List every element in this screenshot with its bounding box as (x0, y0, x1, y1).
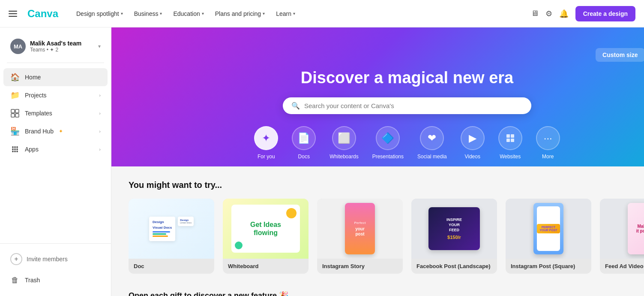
sidebar-item-home[interactable]: 🏠 Home (3, 68, 108, 86)
category-presentations[interactable]: 🔷 Presentations (372, 126, 404, 160)
category-docs[interactable]: 📄 Docs (292, 126, 316, 160)
svg-text:Canva: Canva (27, 8, 59, 19)
brand-hub-icon: 🏪 (10, 127, 20, 136)
category-social-media[interactable]: ❤ Social media (417, 126, 447, 160)
card-label: Instagram Post (Square) (506, 259, 591, 274)
folder-icon: 📁 (10, 91, 20, 100)
list-item[interactable]: Makeit pop! Feed Ad Video (Portrait) (600, 199, 644, 274)
card-thumbnail-doc: Design Visual Docs Design Linear Docs (129, 199, 214, 259)
template-card-grid: Design Visual Docs Design Linear Docs (129, 199, 644, 277)
svg-rect-3 (11, 114, 15, 117)
chevron-right-icon: › (99, 93, 101, 98)
card-thumbnail-feed-ad: Makeit pop! (600, 199, 644, 259)
card-thumbnail-story: Perfect yourpost (317, 199, 403, 259)
nav-design-spotlight[interactable]: Design spotlight ▾ (72, 8, 127, 20)
card-label: Whiteboard (223, 259, 309, 274)
custom-size-button[interactable]: Custom size (596, 48, 644, 62)
team-switcher[interactable]: MA Malik Asad's team Teams • ✦ 2 ▾ (3, 34, 108, 61)
sidebar-item-brand-hub[interactable]: 🏪 Brand Hub ✦ › (3, 122, 108, 140)
list-item[interactable]: Design Visual Docs Design Linear Docs (129, 199, 214, 274)
card-label: Facebook Post (Landscape) (411, 259, 497, 274)
svg-rect-2 (15, 109, 19, 113)
nav-business[interactable]: Business ▾ (130, 8, 167, 20)
topnav-right-area: 🖥 ⚙ 🔔 Create a design (531, 6, 635, 21)
search-icon: 🔍 (291, 102, 300, 110)
category-websites[interactable]: Websites (498, 126, 522, 160)
chevron-down-icon: ▾ (121, 11, 123, 16)
category-row: ✦ For you 📄 Docs ⬜ Whiteboards 🔷 Present… (129, 126, 644, 166)
svg-rect-1 (11, 109, 15, 113)
docs-icon: 📄 (292, 126, 316, 150)
svg-rect-17 (511, 139, 514, 142)
card-thumbnail-ig-post: PERFECTYOUR POST (506, 199, 591, 259)
whiteboards-icon: ⬜ (332, 126, 356, 150)
social-media-icon: ❤ (420, 126, 444, 150)
sidebar-invite-members[interactable]: + Invite members (3, 249, 108, 269)
avatar: MA (10, 39, 26, 54)
list-item[interactable]: Perfect yourpost Instagram Story (317, 199, 403, 274)
hero-search-bar[interactable]: 🔍 (283, 97, 531, 114)
card-thumbnail-whiteboard: Get Ideasflowing (223, 199, 309, 259)
chevron-down-icon: ▾ (202, 11, 204, 16)
list-item[interactable]: INSPIREYOURFEED $150/r Facebook Post (La… (411, 199, 497, 274)
gift-section: Open each gift to discover a new feature… (111, 291, 644, 296)
list-item[interactable]: PERFECTYOUR POST Instagram Post (Square) (506, 199, 591, 274)
card-label: Doc (129, 259, 214, 274)
svg-point-6 (14, 146, 16, 148)
home-icon: 🏠 (10, 72, 20, 82)
chevron-down-icon: ▾ (160, 11, 162, 16)
sidebar-item-apps[interactable]: Apps › (3, 140, 108, 158)
team-subtitle: Teams • ✦ 2 (30, 47, 94, 53)
star-icon: ✦ (59, 128, 63, 134)
category-for-you[interactable]: ✦ For you (254, 126, 278, 160)
videos-icon: ▶ (461, 126, 485, 150)
gift-section-title: Open each gift to discover a new feature… (129, 291, 644, 296)
chevron-right-icon: › (99, 111, 101, 116)
nav-plans-pricing[interactable]: Plans and pricing ▾ (211, 8, 269, 20)
nav-links: Design spotlight ▾ Business ▾ Education … (72, 8, 521, 20)
hero-title: Discover a magical new era (129, 69, 644, 87)
sidebar-item-trash[interactable]: 🗑 Trash (3, 271, 108, 289)
card-label: Feed Ad Video (Portrait) (600, 259, 644, 274)
sidebar-divider (7, 63, 104, 63)
svg-point-13 (16, 151, 18, 152)
chevron-right-icon: › (99, 147, 101, 152)
category-whiteboards[interactable]: ⬜ Whiteboards (329, 126, 358, 160)
list-item[interactable]: Get Ideasflowing Whiteboard (223, 199, 309, 274)
chevron-down-icon: ▾ (293, 11, 295, 16)
card-label: Instagram Story (317, 259, 403, 274)
svg-rect-15 (511, 134, 514, 138)
nav-education[interactable]: Education ▾ (169, 8, 208, 20)
svg-rect-16 (506, 139, 510, 142)
hamburger-menu[interactable] (9, 11, 17, 17)
category-more[interactable]: ··· More (536, 126, 560, 160)
category-videos[interactable]: ▶ Videos (461, 126, 485, 160)
chevron-right-icon: › (99, 129, 101, 134)
chevron-down-icon: ▾ (263, 11, 265, 16)
sidebar-item-projects[interactable]: 📁 Projects › (3, 86, 108, 104)
nav-learn[interactable]: Learn ▾ (272, 8, 300, 20)
search-input[interactable] (304, 102, 523, 109)
svg-point-8 (12, 148, 14, 150)
sidebar: MA Malik Asad's team Teams • ✦ 2 ▾ 🏠 Hom… (0, 27, 111, 296)
notification-bell-icon[interactable]: 🔔 (559, 9, 569, 18)
svg-point-12 (14, 151, 16, 152)
monitor-icon[interactable]: 🖥 (531, 9, 539, 18)
main-content: Custom size Upload Discover a magical ne… (111, 27, 644, 296)
svg-point-11 (12, 151, 14, 152)
sidebar-item-templates[interactable]: Templates › (3, 104, 108, 122)
settings-icon[interactable]: ⚙ (545, 9, 552, 18)
more-icon: ··· (536, 126, 560, 150)
try-section: You might want to try... Design Visual D… (111, 166, 644, 291)
team-name: Malik Asad's team (30, 40, 94, 47)
hero-top-actions: Custom size Upload (129, 48, 644, 62)
create-design-button[interactable]: Create a design (575, 6, 635, 21)
trash-icon: 🗑 (10, 275, 20, 285)
svg-point-9 (14, 148, 16, 150)
apps-icon (10, 145, 20, 154)
canva-logo[interactable]: Canva (27, 8, 62, 20)
presentations-icon: 🔷 (376, 126, 400, 150)
try-section-title: You might want to try... (129, 180, 644, 190)
svg-point-5 (12, 146, 14, 148)
sidebar-bottom: + Invite members 🗑 Trash (0, 243, 111, 289)
